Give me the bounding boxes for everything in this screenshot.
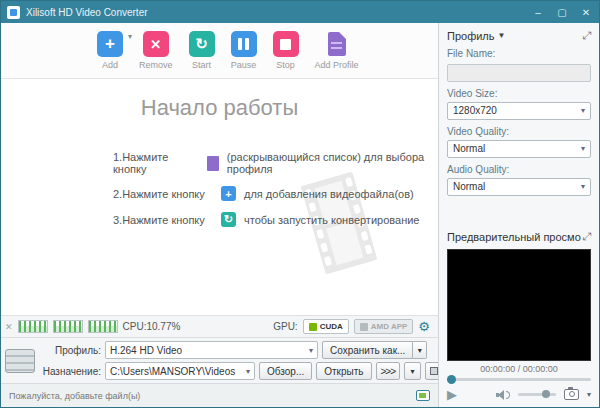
seek-knob[interactable] [447,375,456,384]
snapshot-camera-button[interactable] [564,389,579,400]
profile-label: Профиль: [41,345,101,356]
gear-icon[interactable]: ⚙ [418,319,430,334]
video-size-label: Video Size: [447,88,591,99]
video-quality-select[interactable]: Normal ▾ [447,140,591,158]
app-icon [7,6,20,19]
add-button[interactable]: + ▾ Add [97,31,123,70]
audio-quality-select[interactable]: Normal ▾ [447,178,591,196]
cpu-meter-3 [88,320,118,333]
right-sidebar: Профиль ▼ ⤢ File Name: Video Size: 1280x… [438,23,599,407]
pause-button[interactable]: Pause [231,31,257,70]
profile-section-header[interactable]: Профиль ▼ ⤢ [447,29,591,42]
window-title: Xilisoft HD Video Converter [26,7,525,18]
browse-button[interactable]: Обзор... [259,362,312,380]
device-status-icon [416,390,430,401]
status-bar: Пожалуйста, добавьте файл(ы) [1,383,438,407]
step-2: 2.Нажмите кнопку + для добавления видеоф… [113,186,438,201]
audio-quality-label: Audio Quality: [447,164,591,175]
step-3: 3.Нажмите кнопку ↻ чтобы запустить конве… [113,212,438,227]
step-1: 1.Нажмите кнопку (раскрывающийся список)… [113,151,438,175]
status-message: Пожалуйста, добавьте файл(ы) [9,391,140,401]
volume-knob[interactable] [542,390,550,398]
more-options-button[interactable]: >>> [376,362,401,380]
destination-select[interactable]: C:\Users\MANSORY\Videos ▾ [105,362,255,380]
stop-button[interactable]: Stop [273,31,299,70]
file-name-input[interactable] [447,64,591,82]
add-file-icon: + [221,186,236,201]
cuda-icon [309,323,317,331]
destination-label: Назначение: [41,366,101,377]
cuda-badge[interactable]: CUDA [303,319,349,334]
chevron-down-icon: ▾ [309,346,313,355]
open-button[interactable]: Открыть [316,362,371,380]
video-size-select[interactable]: 1280x720 ▾ [447,102,591,120]
save-as-dropdown-button[interactable]: ▾ [413,341,427,359]
pause-icon [231,31,257,57]
add-profile-icon [324,31,350,57]
close-button[interactable]: ✕ [579,7,593,18]
cpu-meter-2 [53,320,83,333]
amd-app-badge: AMD APP [354,319,414,334]
chevron-down-icon: ▾ [581,106,585,115]
expand-preview-icon[interactable]: ⤢ [582,230,591,243]
chevron-down-icon: ▾ [581,182,585,191]
drive-icon [5,349,35,373]
volume-button[interactable] [496,389,510,401]
seek-bar[interactable] [447,378,591,381]
file-name-label: File Name: [447,48,591,59]
stop-icon [273,31,299,57]
volume-slider[interactable] [518,393,556,396]
main-toolbar: + ▾ Add ✕ Remove ↻ Start Pause [1,23,438,79]
cpu-meter-1 [18,320,48,333]
add-dropdown-caret-icon[interactable]: ▾ [128,32,132,41]
preview-screen [447,249,591,361]
cpu-usage-label: CPU:10.77% [123,321,181,332]
profile-page-icon [207,156,219,171]
add-icon: + ▾ [97,31,123,57]
maximize-button[interactable]: ▢ [555,7,569,18]
app-window: Xilisoft HD Video Converter – ▢ ✕ + ▾ Ad… [0,0,600,408]
time-display: 00:00:00 / 00:00:00 [447,364,591,374]
remove-icon: ✕ [143,31,169,57]
playback-controls: ▶ ▾ [447,388,591,401]
gpu-label: GPU: [273,321,297,332]
output-panel: Профиль: H.264 HD Video ▾ Сохранить как.… [1,337,438,383]
speaker-wave-icon [506,391,510,399]
title-bar: Xilisoft HD Video Converter – ▢ ✕ [1,1,599,23]
expand-profile-icon[interactable]: ⤢ [582,29,591,42]
start-button[interactable]: ↻ Start [189,31,215,70]
speaker-icon [496,389,506,401]
remove-button[interactable]: ✕ Remove [139,31,173,70]
chevron-down-icon: ▾ [581,144,585,153]
snapshot-dropdown-icon[interactable]: ▾ [587,390,591,399]
convert-icon: ↻ [221,212,236,227]
start-convert-icon: ↻ [189,31,215,57]
save-as-button[interactable]: Сохранить как... [322,341,413,359]
preview-section-header[interactable]: Предварительный просмо ⤢ [447,230,591,243]
section-caret-icon: ▼ [498,31,506,40]
close-meters-icon[interactable]: ✕ [5,322,13,332]
minimize-button[interactable]: – [531,7,545,18]
video-quality-label: Video Quality: [447,126,591,137]
performance-bar: ✕ CPU:10.77% GPU: CUDA AMD APP ⚙ [1,315,438,337]
amd-icon [360,323,368,331]
page-title: Начало работы [1,95,438,121]
play-button[interactable]: ▶ [447,388,457,401]
disk-icon [430,367,438,375]
profile-select[interactable]: H.264 HD Video ▾ [105,341,318,359]
getting-started-panel: Начало работы 1.Нажмите кнопку (раскрыва… [1,79,438,315]
add-profile-button[interactable]: Add Profile [315,31,359,70]
chevron-down-icon: ▾ [246,367,250,376]
dest-dropdown-button[interactable]: ▾ [404,362,421,380]
